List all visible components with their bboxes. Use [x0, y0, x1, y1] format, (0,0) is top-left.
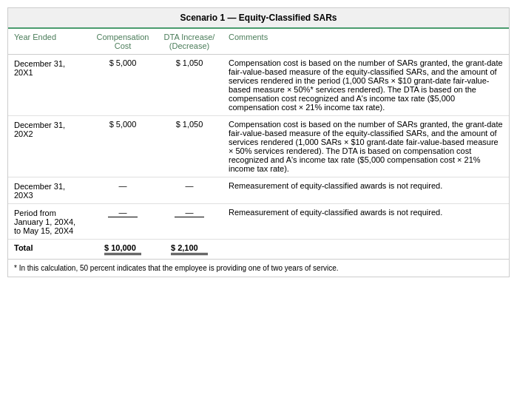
col-header-comments: Comments — [223, 29, 509, 55]
cell-year: December 31, 20X1 — [8, 55, 89, 116]
cell-year: December 31, 20X3 — [8, 177, 89, 204]
cell-comments: Compensation cost is based on the number… — [223, 116, 509, 177]
main-table-container: Scenario 1 — Equity-Classified SARs Year… — [7, 7, 510, 277]
cell-year: December 31, 20X2 — [8, 116, 89, 177]
table-row: December 31, 20X2$ 5,000$ 1,050Compensat… — [8, 116, 509, 177]
cell-dta: — — [156, 204, 223, 240]
table-title: Scenario 1 — Equity-Classified SARs — [8, 8, 509, 29]
cell-comments: Compensation cost is based on the number… — [223, 55, 509, 116]
cell-year: Period fromJanuary 1, 20X4,to May 15, 20… — [8, 204, 89, 240]
cell-dta: $ 1,050 — [156, 55, 223, 116]
cell-comments: Remeasurement of equity-classified award… — [223, 177, 509, 204]
table-row-total: Total$ 10,000$ 2,100 — [8, 240, 509, 260]
table-row: December 31, 20X3——Remeasurement of equi… — [8, 177, 509, 204]
data-table: Year Ended Compensation Cost DTA Increas… — [8, 29, 509, 259]
col-header-comp: Compensation Cost — [89, 29, 156, 55]
cell-comments — [223, 240, 509, 260]
table-footnote: * In this calculation, 50 percent indica… — [8, 259, 509, 277]
cell-dta: $ 2,100 — [156, 240, 223, 260]
table-row: December 31, 20X1$ 5,000$ 1,050Compensat… — [8, 55, 509, 116]
cell-dta: $ 1,050 — [156, 116, 223, 177]
cell-comments: Remeasurement of equity-classified award… — [223, 204, 509, 240]
col-header-year: Year Ended — [8, 29, 89, 55]
cell-comp: — — [89, 204, 156, 240]
cell-year: Total — [8, 240, 89, 260]
cell-comp: $ 5,000 — [89, 55, 156, 116]
table-row: Period fromJanuary 1, 20X4,to May 15, 20… — [8, 204, 509, 240]
col-header-dta: DTA Increase/ (Decrease) — [156, 29, 223, 55]
cell-dta: — — [156, 177, 223, 204]
cell-comp: $ 5,000 — [89, 116, 156, 177]
cell-comp: — — [89, 177, 156, 204]
cell-comp: $ 10,000 — [89, 240, 156, 260]
